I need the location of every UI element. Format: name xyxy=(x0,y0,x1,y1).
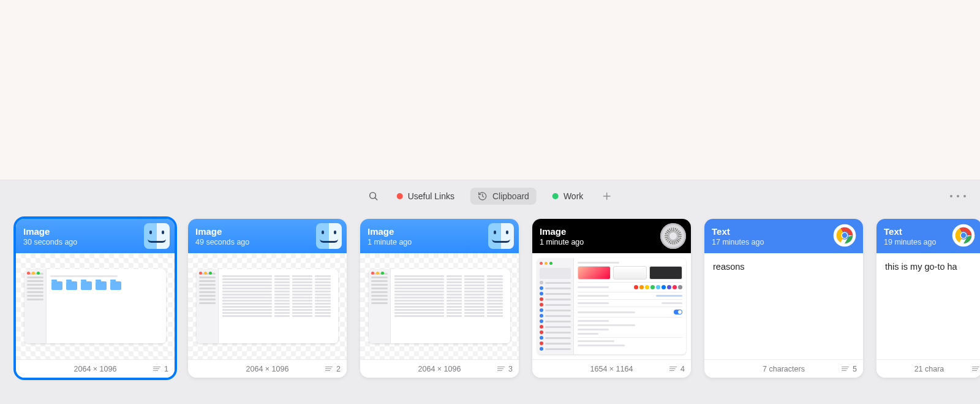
card-header: Image 1 minute ago xyxy=(532,219,691,253)
card-header: Image 30 seconds ago xyxy=(16,219,175,253)
thumbnail-preview xyxy=(197,269,338,343)
clipboard-card[interactable]: Image 1 minute ago 2064 × 1096 3 xyxy=(360,219,519,378)
clipboard-card[interactable]: Image 49 seconds ago 2064 × 1096 2 xyxy=(188,219,347,378)
desktop-background xyxy=(0,0,980,180)
card-footer: 1654 × 1164 4 xyxy=(532,359,691,378)
card-footer: 2064 × 1096 1 xyxy=(16,359,175,378)
card-time-label: 17 minutes ago xyxy=(712,238,764,246)
card-body: reasons xyxy=(704,253,863,359)
card-body xyxy=(532,253,691,359)
card-meta-label: 2064 × 1096 xyxy=(74,365,117,373)
card-meta-label: 7 characters xyxy=(763,365,805,373)
list-icon xyxy=(972,367,979,372)
card-meta-label: 1654 × 1164 xyxy=(590,365,633,373)
thumbnail-preview xyxy=(537,258,686,354)
clipboard-card[interactable]: Text 19 minutes ago this is my go-to ha … xyxy=(876,219,980,378)
finder-app-icon xyxy=(144,223,170,249)
list-icon xyxy=(497,367,505,372)
card-header: Image 1 minute ago xyxy=(360,219,519,253)
card-footer: 7 characters 5 xyxy=(704,359,863,378)
list-icon xyxy=(153,367,160,372)
more-menu-button[interactable] xyxy=(949,195,967,197)
svg-line-1 xyxy=(375,197,377,200)
clipboard-card[interactable]: Image 30 seconds ago 2064 × 1096 1 xyxy=(16,219,175,378)
card-body: this is my go-to ha xyxy=(876,253,980,359)
svg-point-9 xyxy=(961,233,966,238)
card-index-badge: 5 xyxy=(853,365,857,373)
card-type-label: Image xyxy=(195,226,249,237)
thumbnail-preview xyxy=(369,269,510,343)
tab-label: Useful Links xyxy=(408,191,454,201)
card-index-badge: 2 xyxy=(336,365,341,373)
card-index-badge: 1 xyxy=(164,365,168,373)
tab-useful-links[interactable]: Useful Links xyxy=(390,188,462,205)
card-body xyxy=(188,253,347,359)
list-icon xyxy=(669,367,677,372)
tab-clipboard[interactable]: Clipboard xyxy=(470,188,537,205)
clipboard-card[interactable]: Text 17 minutes ago reasons 7 characters… xyxy=(704,219,863,378)
clipboard-card[interactable]: Image 1 minute ago xyxy=(532,219,691,378)
card-text-content: reasons xyxy=(704,253,863,280)
thumbnail-preview xyxy=(24,269,166,343)
history-icon xyxy=(478,191,488,201)
svg-point-6 xyxy=(842,233,847,238)
status-dot-icon xyxy=(552,193,559,199)
card-time-label: 19 minutes ago xyxy=(884,238,936,246)
card-time-label: 30 seconds ago xyxy=(23,238,77,246)
card-meta-label: 21 chara xyxy=(914,365,944,373)
card-header: Text 19 minutes ago xyxy=(876,219,980,253)
card-header: Text 17 minutes ago xyxy=(704,219,863,253)
panel-toolbar: Useful Links Clipboard Work xyxy=(0,180,980,212)
search-icon xyxy=(368,191,379,202)
card-footer: 2064 × 1096 2 xyxy=(188,359,347,378)
settings-app-icon xyxy=(660,223,686,249)
card-index-badge: 3 xyxy=(508,365,513,373)
card-footer: 2064 × 1096 3 xyxy=(360,359,519,378)
list-icon xyxy=(842,367,849,372)
card-type-label: Text xyxy=(712,226,764,237)
status-dot-icon xyxy=(397,193,403,199)
finder-app-icon xyxy=(316,223,342,249)
card-meta-label: 2064 × 1096 xyxy=(246,365,289,373)
card-header: Image 49 seconds ago xyxy=(188,219,347,253)
clipboard-items-strip: Image 30 seconds ago 2064 × 1096 1 Image xyxy=(0,212,980,404)
card-type-label: Image xyxy=(540,226,584,237)
card-type-label: Text xyxy=(884,226,936,237)
card-time-label: 1 minute ago xyxy=(540,238,584,246)
clipboard-panel: Useful Links Clipboard Work xyxy=(0,180,980,404)
card-meta-label: 2064 × 1096 xyxy=(418,365,461,373)
card-index-badge: 4 xyxy=(680,365,685,373)
add-tab-button[interactable] xyxy=(599,189,614,204)
card-type-label: Image xyxy=(368,226,412,237)
tab-label: Work xyxy=(564,191,583,201)
tab-label: Clipboard xyxy=(492,191,529,201)
card-body xyxy=(16,253,175,359)
ellipsis-icon xyxy=(950,195,952,197)
plus-icon xyxy=(601,191,611,201)
list-icon xyxy=(325,367,333,372)
card-time-label: 49 seconds ago xyxy=(195,238,249,246)
card-time-label: 1 minute ago xyxy=(368,238,412,246)
card-footer: 21 chara xyxy=(876,359,980,378)
tab-work[interactable]: Work xyxy=(545,188,590,205)
card-body xyxy=(360,253,519,359)
card-text-content: this is my go-to ha xyxy=(876,253,980,280)
card-type-label: Image xyxy=(23,226,77,237)
chrome-app-icon xyxy=(832,223,857,248)
finder-app-icon xyxy=(488,223,514,249)
search-button[interactable] xyxy=(366,189,381,204)
chrome-app-icon xyxy=(951,223,976,248)
